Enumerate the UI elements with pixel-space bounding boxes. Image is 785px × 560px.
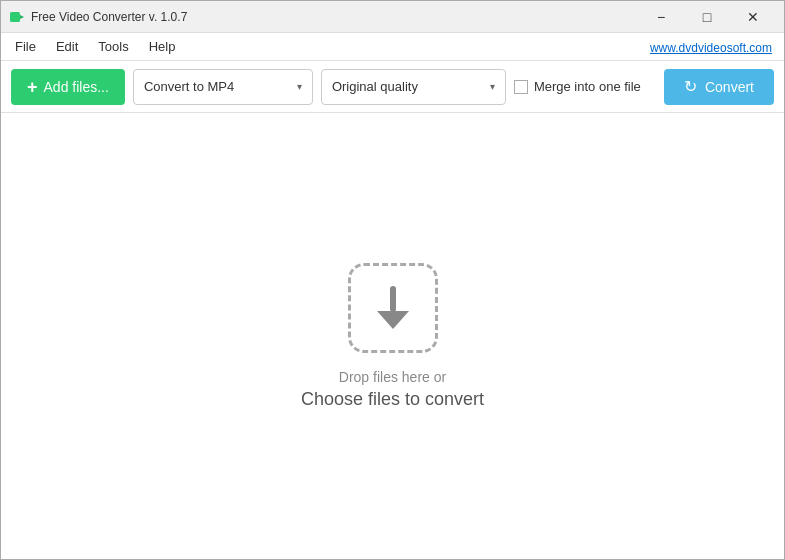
plus-icon: + (27, 78, 38, 96)
website-link-container: www.dvdvideosoft.com (650, 38, 780, 56)
menu-help[interactable]: Help (139, 35, 186, 58)
menu-tools[interactable]: Tools (88, 35, 138, 58)
chevron-down-icon: ▾ (297, 81, 302, 92)
app-icon (9, 9, 25, 25)
download-icon (377, 286, 409, 329)
svg-rect-0 (10, 12, 20, 22)
svg-marker-1 (20, 15, 24, 19)
close-button[interactable]: ✕ (730, 1, 776, 33)
merge-container: Merge into one file (514, 79, 641, 94)
drop-hint-text: Drop files here or (339, 369, 446, 385)
arrow-shaft (390, 286, 396, 312)
minimize-button[interactable]: − (638, 1, 684, 33)
title-bar: Free Video Converter v. 1.0.7 − □ ✕ (1, 1, 784, 33)
menu-bar: File Edit Tools Help www.dvdvideosoft.co… (1, 33, 784, 61)
content-area: Drop files here or Choose files to conve… (1, 113, 784, 559)
convert-label: Convert (705, 79, 754, 95)
chevron-down-icon: ▾ (490, 81, 495, 92)
choose-files-text[interactable]: Choose files to convert (301, 389, 484, 410)
add-files-button[interactable]: + Add files... (11, 69, 125, 105)
drop-text-container: Drop files here or Choose files to conve… (301, 369, 484, 410)
quality-dropdown[interactable]: Original quality ▾ (321, 69, 506, 105)
website-link[interactable]: www.dvdvideosoft.com (650, 41, 772, 55)
arrow-head (377, 311, 409, 329)
main-window: Free Video Converter v. 1.0.7 − □ ✕ File… (0, 0, 785, 560)
merge-checkbox[interactable] (514, 80, 528, 94)
refresh-icon: ↻ (684, 77, 697, 96)
app-title: Free Video Converter v. 1.0.7 (31, 10, 638, 24)
convert-button[interactable]: ↻ Convert (664, 69, 774, 105)
toolbar: + Add files... Convert to MP4 ▾ Original… (1, 61, 784, 113)
menu-file[interactable]: File (5, 35, 46, 58)
maximize-button[interactable]: □ (684, 1, 730, 33)
quality-value: Original quality (332, 79, 484, 94)
add-files-label: Add files... (44, 79, 109, 95)
menu-edit[interactable]: Edit (46, 35, 88, 58)
drop-zone-icon (348, 263, 438, 353)
format-value: Convert to MP4 (144, 79, 291, 94)
merge-label[interactable]: Merge into one file (534, 79, 641, 94)
window-controls: − □ ✕ (638, 1, 776, 33)
format-dropdown[interactable]: Convert to MP4 ▾ (133, 69, 313, 105)
